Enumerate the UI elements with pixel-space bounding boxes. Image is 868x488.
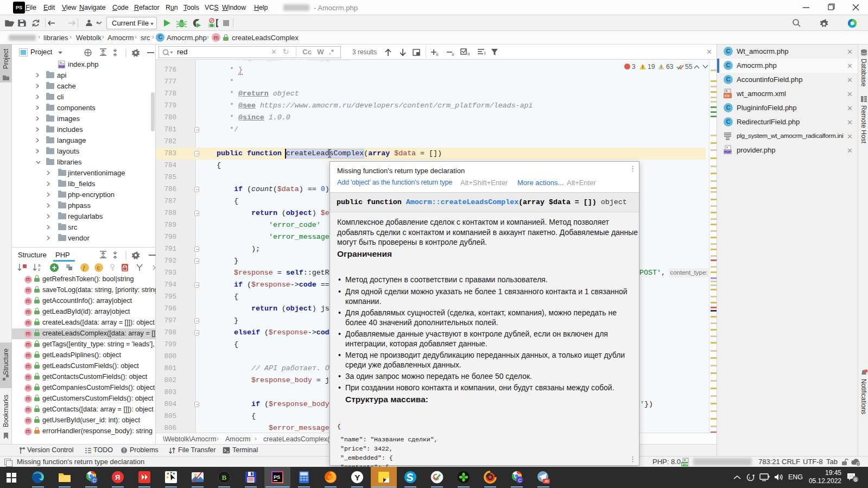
svg-text:Я: Я	[115, 473, 120, 481]
svg-text:6: 6	[854, 477, 857, 483]
svg-text:PS: PS	[274, 474, 280, 480]
svg-text:.86: .86	[544, 479, 549, 483]
svg-text:<>: <>	[725, 93, 730, 98]
svg-text:B: B	[222, 473, 227, 481]
svg-text:z: z	[38, 267, 40, 272]
svg-text:I: I	[484, 50, 486, 56]
svg-text:FTP: FTP	[682, 462, 689, 466]
svg-text:PHP: PHP	[724, 150, 731, 154]
svg-text:II: II	[452, 52, 454, 56]
svg-text:c: c	[97, 264, 100, 271]
svg-text:II: II	[467, 52, 470, 56]
svg-text:i: i	[749, 476, 750, 480]
svg-text:C: C	[518, 478, 522, 483]
svg-text:C: C	[93, 478, 97, 483]
svg-text:II: II	[436, 52, 438, 56]
svg-text:PHP: PHP	[59, 65, 65, 68]
svg-text:Y: Y	[354, 473, 360, 482]
